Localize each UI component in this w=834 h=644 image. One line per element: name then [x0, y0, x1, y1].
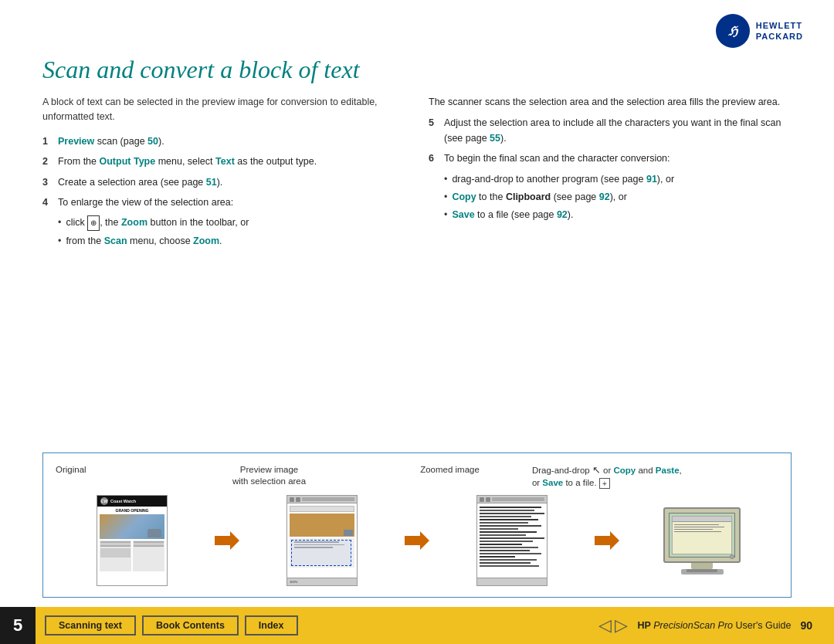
label-zoomed: Zoomed image: [368, 464, 532, 489]
svg-text:ℌ: ℌ: [728, 25, 739, 38]
monitor-screen: [669, 513, 735, 558]
header: ℌ HEWLETT PACKARD: [0, 0, 834, 48]
monitor-body: [663, 507, 741, 563]
index-button[interactable]: Index: [245, 615, 298, 636]
book-contents-button[interactable]: Book Contents: [142, 615, 239, 636]
footer-page-number: 90: [800, 619, 812, 632]
plus-icon: +: [599, 478, 610, 489]
selection-box: [291, 540, 351, 566]
forward-arrow-icon[interactable]: ▷: [615, 615, 628, 636]
arrow-2: [405, 531, 429, 550]
step-2: 2 From the Output Type menu, select Text…: [42, 154, 405, 169]
right-intro: The scanner scans the selection area and…: [429, 95, 792, 110]
step-1: 1 Preview scan (page 50).: [42, 134, 405, 149]
footer-nav: Scanning text Book Contents Index ◁ ▷ HP…: [36, 615, 834, 636]
label-preview: Preview imagewith selection area: [171, 464, 368, 489]
steps-list-right: 5 Adjust the selection area to include a…: [429, 116, 792, 166]
hp-brand-text: HEWLETT PACKARD: [756, 20, 803, 42]
bullet-save: Save to a file (see page 92).: [444, 208, 792, 222]
bullet-list-left: click ⊕, the Zoom button in the toolbar,…: [42, 215, 405, 249]
monitor-screen-content: [672, 516, 732, 554]
svg-marker-2: [215, 531, 239, 550]
bullet-list-right: drag-and-drop to another program (see pa…: [429, 172, 792, 223]
intro-text: A block of text can be selected in the p…: [42, 95, 405, 125]
content-area: A block of text can be selected in the p…: [0, 95, 834, 443]
bullet-drag-drop: drag-and-drop to another program (see pa…: [444, 172, 792, 187]
original-doc: CW Coast Watch GRAND OPENING: [56, 495, 208, 586]
page-container: ℌ HEWLETT PACKARD Scan and convert a blo…: [0, 0, 834, 644]
footer-arrows: ◁ ▷: [598, 615, 628, 636]
monitor-base: [681, 569, 724, 575]
left-column: A block of text can be selected in the p…: [42, 95, 405, 443]
zoomed-doc: [436, 495, 588, 586]
monitor-neck: [691, 563, 713, 569]
label-original: Original: [56, 464, 171, 489]
diagram-images: CW Coast Watch GRAND OPENING: [56, 495, 778, 586]
svg-marker-3: [405, 531, 429, 550]
scanning-text-button[interactable]: Scanning text: [45, 615, 136, 636]
bullet-zoom-button: click ⊕, the Zoom button in the toolbar,…: [58, 215, 405, 231]
step-6: 6 To begin the final scan and the charac…: [429, 151, 792, 166]
hp-circle-icon: ℌ: [716, 14, 750, 48]
diagram-labels: Original Preview imagewith selection are…: [56, 464, 778, 489]
bullet-scan-menu: from the Scan menu, choose Zoom.: [58, 234, 405, 249]
page-title: Scan and convert a block of text: [0, 48, 834, 95]
computer-monitor: [626, 507, 778, 575]
step-5: 5 Adjust the selection area to include a…: [429, 116, 792, 146]
preview-doc: 100%: [246, 495, 398, 586]
zoom-button-icon: ⊕: [87, 215, 100, 231]
back-arrow-icon[interactable]: ◁: [598, 615, 612, 636]
svg-marker-4: [595, 531, 619, 550]
step-4: 4 To enlarge the view of the selection a…: [42, 195, 405, 210]
footer-brand: HP PrecisionScan Pro User's Guide: [637, 620, 791, 631]
footer: 5 Scanning text Book Contents Index ◁ ▷ …: [0, 607, 834, 644]
bullet-copy: Copy to the Clipboard (see page 92), or: [444, 190, 792, 205]
original-thumb: CW Coast Watch GRAND OPENING: [97, 495, 168, 586]
arrow-3: [595, 531, 619, 550]
steps-list-left: 1 Preview scan (page 50). 2 From the Out…: [42, 134, 405, 211]
step-3: 3 Create a selection area (see page 51).: [42, 175, 405, 190]
chapter-number: 5: [0, 607, 36, 644]
label-drag-drop: Drag-and-drop ↖ or Copy and Paste, or Sa…: [532, 464, 778, 489]
diagram-container: Original Preview imagewith selection are…: [42, 452, 792, 598]
cursor-icon: ↖: [592, 464, 601, 476]
arrow-1: [215, 531, 239, 550]
hp-logo: ℌ HEWLETT PACKARD: [716, 14, 803, 48]
right-column: The scanner scans the selection area and…: [429, 95, 792, 443]
